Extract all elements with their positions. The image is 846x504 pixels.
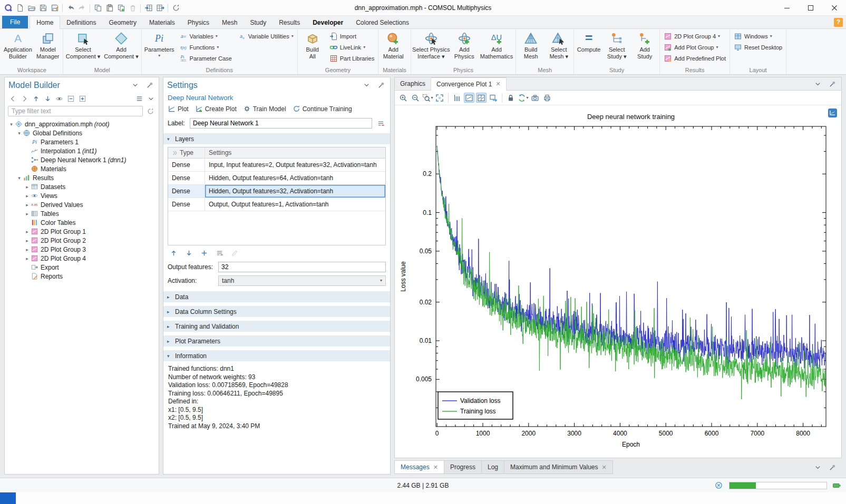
layer-row[interactable]: DenseHidden, Output features=32, Activat… xyxy=(168,185,385,198)
2d-plot-group-4-button[interactable]: 2D Plot Group 4▾ xyxy=(661,31,728,42)
dock-tab-messages[interactable]: Messages✕ xyxy=(394,460,444,474)
ribbon-tab-materials[interactable]: Materials xyxy=(143,16,181,28)
model-manager-button[interactable]: ModelManager xyxy=(34,29,62,61)
camera-button[interactable] xyxy=(530,93,540,103)
show-button[interactable] xyxy=(54,94,64,104)
plot-window-button[interactable] xyxy=(464,93,474,103)
layer-settings-cell[interactable]: Output, Output features=1, Activation=ta… xyxy=(205,198,385,211)
nav-left-button[interactable] xyxy=(7,94,18,104)
export-table-button[interactable] xyxy=(154,2,166,14)
section-plot-parameters[interactable]: ▸Plot Parameters xyxy=(163,335,390,347)
help-button[interactable]: ? xyxy=(834,18,843,27)
tree-expander[interactable]: ▾ xyxy=(8,122,15,127)
application-builder-button[interactable]: AApplicationBuilder xyxy=(2,29,34,61)
continue-training-button[interactable]: Continue Training xyxy=(293,105,352,113)
tree-item-2d-plot-group-1[interactable]: ▸2D Plot Group 1 xyxy=(5,227,159,236)
add-study-button[interactable]: AddStudy xyxy=(631,29,658,61)
reset-settings-button[interactable] xyxy=(170,2,181,14)
minimize-button[interactable] xyxy=(775,0,799,15)
section-layers[interactable]: ▾Layers xyxy=(163,133,390,144)
part-libraries-button[interactable]: Part Libraries xyxy=(327,53,377,64)
import-table-button[interactable] xyxy=(143,2,154,14)
functions-button[interactable]: f(x)Functions▾ xyxy=(177,42,235,53)
tree-expander[interactable]: ▸ xyxy=(24,238,31,243)
plot-area[interactable]: Deep neural network training010002000300… xyxy=(395,105,841,458)
tree-expander[interactable]: ▸ xyxy=(24,202,31,207)
delete-layer-button[interactable] xyxy=(214,248,225,258)
plot-button[interactable]: Plot xyxy=(168,105,189,113)
activation-select[interactable]: tanh▾ xyxy=(218,275,386,286)
dock-tab-maximum-and-minimum-values[interactable]: Maximum and Minimum Values✕ xyxy=(504,460,613,474)
add-mathematics-button[interactable]: ΔUAddMathematics xyxy=(479,29,514,61)
layer-type-cell[interactable]: Dense xyxy=(168,185,205,197)
build-mesh-button[interactable]: BuildMesh xyxy=(517,29,544,61)
save-file-button[interactable] xyxy=(37,2,48,14)
plot-context-button[interactable] xyxy=(828,108,837,117)
add-plot-group-button[interactable]: Add Plot Group▾ xyxy=(661,42,728,53)
add-layer-button[interactable] xyxy=(199,248,209,258)
tab-convergence-plot-1[interactable]: Convergence Plot 1✕ xyxy=(431,77,507,91)
undo-button[interactable] xyxy=(65,2,76,14)
tree-item-interpolation-1[interactable]: Interpolation 1(int1) xyxy=(5,146,159,155)
add-component-button[interactable]: AddComponent ▾ xyxy=(102,29,140,61)
zoom-out-button[interactable] xyxy=(410,93,421,103)
tree-item-color-tables[interactable]: Color Tables xyxy=(5,218,159,227)
scene-colors-button[interactable]: ▾ xyxy=(518,93,528,103)
select-mesh-button[interactable]: SelectMesh ▾ xyxy=(545,29,572,61)
tree-item-2d-plot-group-2[interactable]: ▸2D Plot Group 2 xyxy=(5,236,159,245)
import-button[interactable]: Import xyxy=(327,31,377,42)
menu-lines-button[interactable] xyxy=(134,94,144,104)
layer-type-cell[interactable]: Dense xyxy=(168,198,205,211)
livelink-button[interactable]: LiveLink▾ xyxy=(327,42,377,53)
windows-button[interactable]: Windows▾ xyxy=(731,31,785,42)
delete-button[interactable] xyxy=(127,2,138,14)
move-layer-down-button[interactable] xyxy=(183,248,194,258)
build-all-button[interactable]: BuildAll xyxy=(299,29,326,61)
tree-item-datasets[interactable]: ▸Datasets xyxy=(5,182,159,191)
tree-item-deep-neural-network-1[interactable]: Deep Neural Network 1(dnn1) xyxy=(5,155,159,164)
tree-item-views[interactable]: ▸Views xyxy=(5,191,159,200)
dock-tab-progress[interactable]: Progress xyxy=(444,460,482,474)
paste-button[interactable] xyxy=(104,2,115,14)
tree-item-dnn-approximation-mph[interactable]: ▾dnn_approximation.mph(root) xyxy=(5,120,159,129)
lock-button[interactable] xyxy=(505,93,516,103)
tree-item-2d-plot-group-3[interactable]: ▸2D Plot Group 3 xyxy=(5,245,159,254)
ribbon-tab-file[interactable]: File xyxy=(2,16,28,28)
tree-expander[interactable]: ▾ xyxy=(16,131,23,136)
variable-utilities-button[interactable]: aoVariable Utilities▾ xyxy=(235,31,296,42)
tab-graphics[interactable]: Graphics xyxy=(395,77,431,90)
duplicate-button[interactable] xyxy=(115,2,127,14)
dock-tab-log[interactable]: Log xyxy=(482,460,504,474)
ribbon-tab-study[interactable]: Study xyxy=(244,16,273,28)
ribbon-tab-colored-selections[interactable]: Colored Selections xyxy=(349,16,415,28)
graphics-pin-button[interactable] xyxy=(827,79,838,89)
ribbon-tab-physics[interactable]: Physics xyxy=(181,16,216,28)
save-as-file-button[interactable] xyxy=(49,2,60,14)
copy-graphics-button[interactable] xyxy=(488,93,499,103)
section-training-and-validation[interactable]: ▸Training and Validation xyxy=(163,321,390,332)
printer-button[interactable] xyxy=(542,93,552,103)
new-file-button[interactable] xyxy=(14,2,25,14)
select-study-button[interactable]: SelectStudy ▾ xyxy=(603,29,630,61)
tree-item-parameters-1[interactable]: PiParameters 1 xyxy=(5,137,159,146)
cancel-progress-button[interactable] xyxy=(713,480,724,490)
tree-item-tables[interactable]: ▸Tables xyxy=(5,209,159,218)
maximize-button[interactable] xyxy=(799,0,822,15)
tree-item-export[interactable]: Export xyxy=(5,263,159,272)
tree-expander[interactable]: ▸ xyxy=(24,211,31,216)
ribbon-tab-mesh[interactable]: Mesh xyxy=(216,16,244,28)
tree-expander[interactable]: ▾ xyxy=(16,175,23,181)
ribbon-tab-developer[interactable]: Developer xyxy=(306,16,349,28)
close-tab-icon[interactable]: ✕ xyxy=(601,464,606,471)
layer-row[interactable]: DenseHidden, Output features=64, Activat… xyxy=(168,172,385,185)
ribbon-tab-definitions[interactable]: Definitions xyxy=(60,16,102,28)
arrow-down-button[interactable] xyxy=(42,94,53,104)
zoom-extents-button[interactable] xyxy=(434,93,445,103)
settings-pin-button[interactable] xyxy=(376,80,386,90)
train-model-button[interactable]: Train Model xyxy=(243,105,286,113)
redo-button[interactable] xyxy=(76,2,87,14)
zoom-box-button[interactable]: ▾ xyxy=(422,93,433,103)
dock-menu-button[interactable] xyxy=(812,462,823,472)
axes-ticks-button[interactable] xyxy=(452,93,462,103)
nav-right-button[interactable] xyxy=(19,94,30,104)
